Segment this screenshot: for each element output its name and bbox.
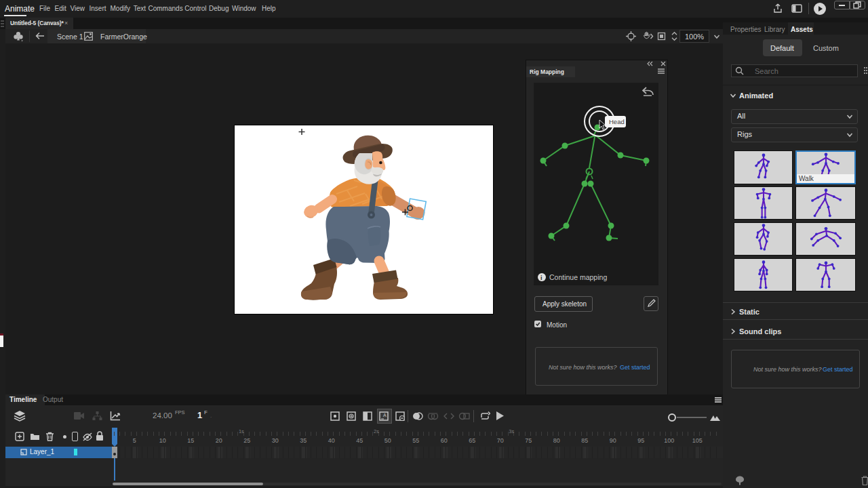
svg-text:Head: Head	[609, 118, 625, 125]
svg-text:Continue mapping: Continue mapping	[549, 273, 607, 281]
svg-text:A: A	[383, 413, 387, 418]
svg-text:i: i	[540, 274, 542, 281]
